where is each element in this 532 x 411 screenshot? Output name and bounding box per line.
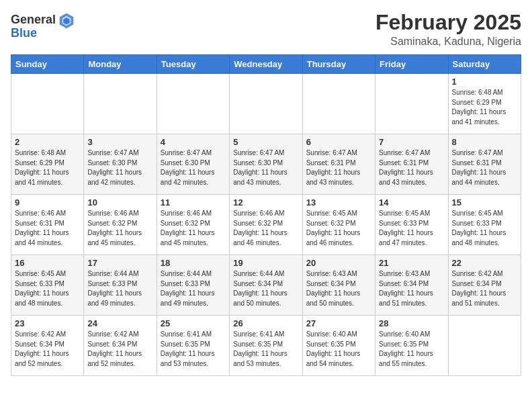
day-info: Sunrise: 6:47 AM Sunset: 6:31 PM Dayligh… bbox=[306, 148, 371, 187]
logo-icon bbox=[57, 11, 76, 30]
calendar-table: SundayMondayTuesdayWednesdayThursdayFrid… bbox=[11, 54, 521, 376]
day-number: 18 bbox=[161, 258, 226, 268]
calendar-cell: 13Sunrise: 6:45 AM Sunset: 6:32 PM Dayli… bbox=[302, 195, 375, 255]
day-number: 11 bbox=[161, 197, 226, 208]
calendar-cell: 23Sunrise: 6:42 AM Sunset: 6:34 PM Dayli… bbox=[11, 316, 84, 376]
calendar-cell: 21Sunrise: 6:43 AM Sunset: 6:34 PM Dayli… bbox=[375, 255, 448, 316]
day-number: 4 bbox=[161, 137, 226, 147]
calendar-cell: 1Sunrise: 6:48 AM Sunset: 6:29 PM Daylig… bbox=[448, 74, 521, 134]
day-number: 10 bbox=[87, 197, 152, 208]
calendar-cell: 22Sunrise: 6:42 AM Sunset: 6:34 PM Dayli… bbox=[448, 255, 521, 316]
day-info: Sunrise: 6:48 AM Sunset: 6:29 PM Dayligh… bbox=[452, 88, 517, 127]
day-number: 24 bbox=[87, 318, 152, 328]
day-number: 14 bbox=[379, 197, 444, 208]
calendar-cell: 16Sunrise: 6:45 AM Sunset: 6:33 PM Dayli… bbox=[11, 255, 84, 316]
calendar-cell: 27Sunrise: 6:40 AM Sunset: 6:35 PM Dayli… bbox=[302, 316, 375, 376]
day-number: 28 bbox=[379, 318, 444, 328]
day-info: Sunrise: 6:42 AM Sunset: 6:34 PM Dayligh… bbox=[87, 330, 152, 369]
calendar-cell: 4Sunrise: 6:47 AM Sunset: 6:30 PM Daylig… bbox=[157, 134, 229, 195]
day-number: 9 bbox=[15, 197, 80, 208]
logo: General Blue bbox=[11, 11, 76, 40]
day-info: Sunrise: 6:45 AM Sunset: 6:33 PM Dayligh… bbox=[452, 209, 517, 248]
day-number: 23 bbox=[15, 318, 80, 328]
calendar-week-row: 1Sunrise: 6:48 AM Sunset: 6:29 PM Daylig… bbox=[11, 74, 521, 134]
day-info: Sunrise: 6:44 AM Sunset: 6:33 PM Dayligh… bbox=[161, 269, 226, 308]
day-number: 25 bbox=[161, 318, 226, 328]
calendar-week-row: 23Sunrise: 6:42 AM Sunset: 6:34 PM Dayli… bbox=[11, 316, 521, 376]
calendar-week-row: 2Sunrise: 6:48 AM Sunset: 6:29 PM Daylig… bbox=[11, 134, 521, 195]
day-info: Sunrise: 6:40 AM Sunset: 6:35 PM Dayligh… bbox=[306, 330, 371, 369]
day-info: Sunrise: 6:41 AM Sunset: 6:35 PM Dayligh… bbox=[161, 330, 226, 369]
day-number: 15 bbox=[452, 197, 517, 208]
column-header-saturday: Saturday bbox=[448, 55, 521, 74]
calendar-cell: 8Sunrise: 6:47 AM Sunset: 6:31 PM Daylig… bbox=[448, 134, 521, 195]
day-info: Sunrise: 6:44 AM Sunset: 6:34 PM Dayligh… bbox=[233, 269, 298, 308]
day-number: 6 bbox=[306, 137, 371, 147]
calendar-cell: 6Sunrise: 6:47 AM Sunset: 6:31 PM Daylig… bbox=[302, 134, 375, 195]
calendar-cell: 24Sunrise: 6:42 AM Sunset: 6:34 PM Dayli… bbox=[84, 316, 157, 376]
day-info: Sunrise: 6:47 AM Sunset: 6:30 PM Dayligh… bbox=[233, 148, 298, 187]
calendar-cell: 3Sunrise: 6:47 AM Sunset: 6:30 PM Daylig… bbox=[84, 134, 157, 195]
calendar-cell bbox=[157, 74, 229, 134]
title-area: February 2025 Saminaka, Kaduna, Nigeria bbox=[375, 11, 521, 48]
month-title: February 2025 bbox=[375, 11, 521, 34]
day-info: Sunrise: 6:44 AM Sunset: 6:33 PM Dayligh… bbox=[87, 269, 152, 308]
location-title: Saminaka, Kaduna, Nigeria bbox=[375, 36, 521, 48]
day-info: Sunrise: 6:47 AM Sunset: 6:30 PM Dayligh… bbox=[161, 148, 226, 187]
day-number: 22 bbox=[452, 258, 517, 268]
calendar-cell: 10Sunrise: 6:46 AM Sunset: 6:32 PM Dayli… bbox=[84, 195, 157, 255]
day-info: Sunrise: 6:42 AM Sunset: 6:34 PM Dayligh… bbox=[452, 269, 517, 308]
calendar-cell bbox=[11, 74, 84, 134]
day-info: Sunrise: 6:48 AM Sunset: 6:29 PM Dayligh… bbox=[15, 148, 80, 187]
day-number: 19 bbox=[233, 258, 298, 268]
day-number: 27 bbox=[306, 318, 371, 328]
day-number: 8 bbox=[452, 137, 517, 147]
day-info: Sunrise: 6:46 AM Sunset: 6:32 PM Dayligh… bbox=[87, 209, 152, 248]
day-info: Sunrise: 6:45 AM Sunset: 6:33 PM Dayligh… bbox=[15, 269, 80, 308]
day-info: Sunrise: 6:47 AM Sunset: 6:31 PM Dayligh… bbox=[379, 148, 444, 187]
calendar-cell: 9Sunrise: 6:46 AM Sunset: 6:31 PM Daylig… bbox=[11, 195, 84, 255]
day-info: Sunrise: 6:46 AM Sunset: 6:31 PM Dayligh… bbox=[15, 209, 80, 248]
day-number: 12 bbox=[233, 197, 298, 208]
calendar-cell: 5Sunrise: 6:47 AM Sunset: 6:30 PM Daylig… bbox=[230, 134, 302, 195]
day-number: 21 bbox=[379, 258, 444, 268]
day-number: 7 bbox=[379, 137, 444, 147]
column-header-monday: Monday bbox=[84, 55, 157, 74]
calendar-cell: 15Sunrise: 6:45 AM Sunset: 6:33 PM Dayli… bbox=[448, 195, 521, 255]
day-number: 26 bbox=[233, 318, 298, 328]
calendar-header-row: SundayMondayTuesdayWednesdayThursdayFrid… bbox=[11, 55, 521, 74]
day-number: 1 bbox=[452, 77, 517, 87]
day-info: Sunrise: 6:42 AM Sunset: 6:34 PM Dayligh… bbox=[15, 330, 80, 369]
calendar-cell: 19Sunrise: 6:44 AM Sunset: 6:34 PM Dayli… bbox=[230, 255, 302, 316]
day-info: Sunrise: 6:45 AM Sunset: 6:32 PM Dayligh… bbox=[306, 209, 371, 248]
calendar-cell bbox=[230, 74, 302, 134]
day-number: 17 bbox=[87, 258, 152, 268]
day-info: Sunrise: 6:47 AM Sunset: 6:30 PM Dayligh… bbox=[87, 148, 152, 187]
calendar-cell bbox=[302, 74, 375, 134]
calendar-cell: 7Sunrise: 6:47 AM Sunset: 6:31 PM Daylig… bbox=[375, 134, 448, 195]
calendar-cell: 2Sunrise: 6:48 AM Sunset: 6:29 PM Daylig… bbox=[11, 134, 84, 195]
day-info: Sunrise: 6:47 AM Sunset: 6:31 PM Dayligh… bbox=[452, 148, 517, 187]
calendar-cell: 28Sunrise: 6:40 AM Sunset: 6:35 PM Dayli… bbox=[375, 316, 448, 376]
calendar-cell bbox=[84, 74, 157, 134]
day-info: Sunrise: 6:40 AM Sunset: 6:35 PM Dayligh… bbox=[379, 330, 444, 369]
calendar-cell bbox=[375, 74, 448, 134]
column-header-sunday: Sunday bbox=[11, 55, 84, 74]
day-info: Sunrise: 6:46 AM Sunset: 6:32 PM Dayligh… bbox=[161, 209, 226, 248]
column-header-thursday: Thursday bbox=[302, 55, 375, 74]
calendar-week-row: 16Sunrise: 6:45 AM Sunset: 6:33 PM Dayli… bbox=[11, 255, 521, 316]
calendar-cell: 26Sunrise: 6:41 AM Sunset: 6:35 PM Dayli… bbox=[230, 316, 302, 376]
day-info: Sunrise: 6:46 AM Sunset: 6:32 PM Dayligh… bbox=[233, 209, 298, 248]
day-number: 3 bbox=[87, 137, 152, 147]
calendar-cell: 11Sunrise: 6:46 AM Sunset: 6:32 PM Dayli… bbox=[157, 195, 229, 255]
column-header-wednesday: Wednesday bbox=[230, 55, 302, 74]
day-info: Sunrise: 6:43 AM Sunset: 6:34 PM Dayligh… bbox=[306, 269, 371, 308]
calendar-cell: 14Sunrise: 6:45 AM Sunset: 6:33 PM Dayli… bbox=[375, 195, 448, 255]
day-number: 13 bbox=[306, 197, 371, 208]
calendar-cell: 25Sunrise: 6:41 AM Sunset: 6:35 PM Dayli… bbox=[157, 316, 229, 376]
calendar-cell: 18Sunrise: 6:44 AM Sunset: 6:33 PM Dayli… bbox=[157, 255, 229, 316]
calendar-week-row: 9Sunrise: 6:46 AM Sunset: 6:31 PM Daylig… bbox=[11, 195, 521, 255]
calendar-cell: 12Sunrise: 6:46 AM Sunset: 6:32 PM Dayli… bbox=[230, 195, 302, 255]
day-number: 2 bbox=[15, 137, 80, 147]
calendar-cell bbox=[448, 316, 521, 376]
